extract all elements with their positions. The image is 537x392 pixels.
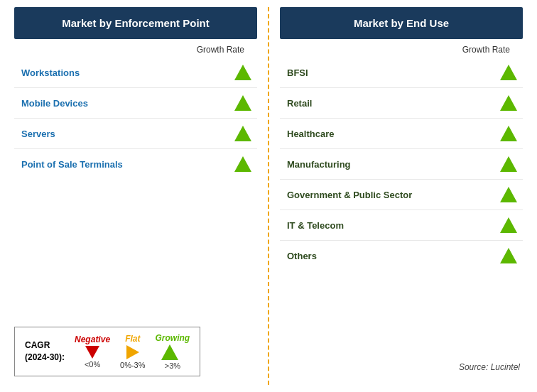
negative-label: Negative: [75, 334, 110, 344]
right-items-area: BFSI Retail Healthcare Manufacturing Gov…: [280, 58, 523, 385]
right-panel: Market by End Use Growth Rate BFSI Retai…: [273, 7, 530, 385]
right-growth-label: Growth Rate: [280, 45, 523, 55]
arrow-up-icon: [500, 217, 517, 233]
arrow-up-icon: [500, 187, 517, 202]
arrow-up-icon: [500, 248, 517, 263]
bfsi-label: BFSI: [287, 67, 308, 78]
panel-divider: [268, 7, 269, 385]
mobile-devices-label: Mobile Devices: [21, 98, 88, 109]
growing-label: Growing: [156, 333, 190, 343]
list-item: Mobile Devices: [14, 88, 257, 119]
arrow-up-icon: [234, 95, 251, 111]
arrow-up-icon: [500, 156, 517, 172]
healthcare-label: Healthcare: [287, 129, 334, 139]
pos-terminals-label: Point of Sale Terminals: [21, 159, 123, 170]
arrow-up-green-icon: [161, 344, 178, 360]
others-label: Others: [287, 251, 317, 261]
retail-label: Retail: [287, 98, 312, 109]
left-panel: Market by Enforcement Point Growth Rate …: [7, 7, 264, 385]
list-item: Retail: [280, 88, 523, 119]
list-item: Servers: [14, 119, 257, 149]
cagr-label: CAGR(2024-30):: [25, 339, 65, 364]
list-item: Workstations: [14, 58, 257, 88]
servers-label: Servers: [21, 129, 55, 139]
growing-value: >3%: [165, 361, 180, 370]
legend-growing: Growing >3%: [156, 333, 190, 370]
arrow-up-icon: [500, 95, 517, 111]
it-telecom-label: IT & Telecom: [287, 220, 344, 231]
flat-value: 0%-3%: [120, 361, 145, 369]
list-item: IT & Telecom: [280, 210, 523, 241]
list-item: Healthcare: [280, 119, 523, 149]
arrow-up-icon: [500, 126, 517, 141]
list-item: Point of Sale Terminals: [14, 149, 257, 179]
list-item: Manufacturing: [280, 149, 523, 180]
arrow-up-icon: [234, 156, 251, 172]
arrow-down-red-icon: [85, 346, 99, 359]
government-label: Government & Public Sector: [287, 190, 412, 200]
arrow-up-icon: [500, 65, 517, 80]
list-item: BFSI: [280, 58, 523, 88]
arrow-up-icon: [234, 65, 251, 80]
flat-label: Flat: [125, 334, 140, 344]
arrow-right-yellow-icon: [126, 345, 139, 359]
right-header: Market by End Use: [280, 7, 523, 39]
manufacturing-label: Manufacturing: [287, 159, 351, 170]
workstations-label: Workstations: [21, 67, 80, 78]
negative-value: <0%: [85, 360, 100, 369]
legend-negative: Negative <0%: [75, 334, 110, 369]
left-header: Market by Enforcement Point: [14, 7, 257, 39]
left-growth-label: Growth Rate: [14, 45, 257, 55]
list-item: Others: [280, 241, 523, 271]
legend-box: CAGR(2024-30): Negative <0% Flat 0%-3% G…: [14, 327, 200, 376]
source-label: Source: Lucintel: [459, 362, 520, 372]
list-item: Government & Public Sector: [280, 180, 523, 210]
arrow-up-icon: [234, 126, 251, 141]
legend-flat: Flat 0%-3%: [120, 334, 145, 369]
